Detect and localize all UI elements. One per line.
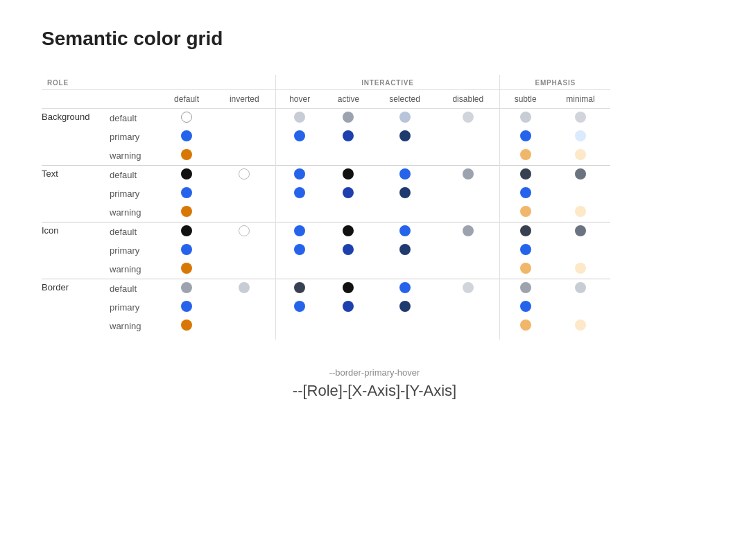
cell-text-warning-inverted (214, 203, 275, 222)
cell-icon-warning-selected (373, 260, 436, 279)
color-dot (343, 225, 354, 236)
cell-text-default-hover (275, 166, 324, 185)
color-dot (181, 282, 192, 293)
color-dot (399, 130, 411, 141)
color-dot (294, 301, 305, 312)
cell-text-warning-minimal (551, 203, 610, 222)
color-dot (181, 244, 192, 255)
table-row: primary (42, 298, 610, 317)
color-dot (343, 168, 354, 180)
cell-icon-default-hover (275, 222, 324, 242)
page-title: Semantic color grid (42, 28, 707, 50)
cell-text-warning-hover (275, 203, 324, 222)
color-dot (294, 168, 305, 180)
color-dot (520, 187, 531, 198)
cell-icon-warning-hover (275, 260, 324, 279)
cell-border-default-subtle (500, 279, 551, 299)
cell-border-default-disabled (436, 279, 500, 299)
sub-label: primary (104, 128, 160, 146)
cell-text-warning-default (160, 203, 214, 222)
color-dot (575, 149, 586, 160)
cell-background-warning-disabled (436, 146, 500, 166)
role-label-background: Background (42, 109, 104, 166)
color-dot (343, 112, 354, 123)
emphasis-group-header: EMPHASIS (500, 75, 610, 90)
cell-border-warning-minimal (551, 317, 610, 340)
cell-icon-primary-disabled (436, 241, 500, 260)
table-row: warning (42, 146, 610, 166)
cell-text-primary-minimal (551, 184, 610, 203)
sub-label: warning (104, 317, 160, 340)
color-dot (399, 282, 411, 293)
cell-background-warning-inverted (214, 146, 275, 166)
table-row: primary (42, 184, 610, 203)
footer-code-example: --border-primary-hover (42, 367, 707, 378)
color-dot (294, 187, 305, 198)
cell-icon-warning-default (160, 260, 214, 279)
cell-background-default-hover (275, 109, 324, 128)
color-dot (181, 301, 192, 312)
role-label-text: Text (42, 166, 104, 222)
cell-background-default-subtle (500, 109, 551, 128)
cell-border-primary-selected (373, 298, 436, 317)
default-group-header (160, 75, 275, 90)
cell-background-default-minimal (551, 109, 610, 128)
color-dot (575, 225, 586, 236)
cell-icon-warning-minimal (551, 260, 610, 279)
cell-text-primary-active (324, 184, 373, 203)
color-dot (463, 168, 474, 180)
cell-background-primary-disabled (436, 128, 500, 146)
cell-icon-default-disabled (436, 222, 500, 242)
table-row: primary (42, 128, 610, 146)
cell-border-warning-active (324, 317, 373, 340)
cell-background-default-selected (373, 109, 436, 128)
cell-icon-primary-minimal (551, 241, 610, 260)
cell-icon-warning-disabled (436, 260, 500, 279)
color-dot (294, 130, 305, 141)
cell-border-default-hover (275, 279, 324, 299)
color-dot (575, 320, 586, 331)
col-selected: selected (373, 90, 436, 109)
cell-icon-warning-active (324, 260, 373, 279)
cell-background-primary-inverted (214, 128, 275, 146)
sub-label: primary (104, 298, 160, 317)
cell-border-warning-disabled (436, 317, 500, 340)
cell-background-warning-hover (275, 146, 324, 166)
color-dot (575, 112, 586, 123)
cell-text-default-selected (373, 166, 436, 185)
cell-background-warning-selected (373, 146, 436, 166)
cell-icon-default-selected (373, 222, 436, 242)
color-dot (575, 282, 586, 293)
color-dot (399, 112, 411, 123)
color-dot (575, 168, 586, 180)
cell-text-primary-inverted (214, 184, 275, 203)
footer-pattern: --[Role]-[X-Axis]-[Y-Axis] (42, 382, 707, 400)
cell-border-default-minimal (551, 279, 610, 299)
cell-background-primary-hover (275, 128, 324, 146)
cell-text-warning-active (324, 203, 373, 222)
cell-text-warning-selected (373, 203, 436, 222)
table-row: Backgrounddefault (42, 109, 610, 128)
role-col-header (42, 90, 160, 109)
cell-text-primary-selected (373, 184, 436, 203)
cell-border-warning-default (160, 317, 214, 340)
cell-icon-primary-default (160, 241, 214, 260)
cell-text-primary-default (160, 184, 214, 203)
cell-background-warning-minimal (551, 146, 610, 166)
cell-border-primary-inverted (214, 298, 275, 317)
cell-background-warning-active (324, 146, 373, 166)
sub-label: warning (104, 146, 160, 166)
cell-background-primary-default (160, 128, 214, 146)
color-dot (463, 225, 474, 236)
sub-label: warning (104, 203, 160, 222)
cell-text-primary-disabled (436, 184, 500, 203)
cell-border-primary-hover (275, 298, 324, 317)
cell-border-default-selected (373, 279, 436, 299)
color-dot (181, 263, 192, 274)
column-header-row: default inverted hover active selected d… (42, 90, 610, 109)
color-dot (239, 282, 250, 293)
col-hover: hover (275, 90, 324, 109)
cell-icon-primary-subtle (500, 241, 551, 260)
cell-border-primary-minimal (551, 298, 610, 317)
cell-background-default-default (160, 109, 214, 128)
